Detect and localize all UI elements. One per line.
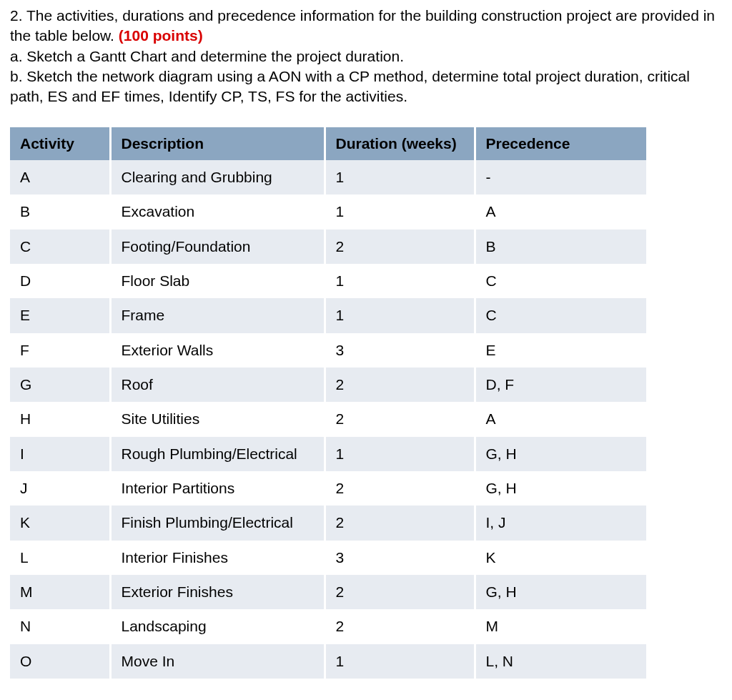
cell-activity: L: [10, 541, 110, 575]
cell-precedence: E: [475, 333, 646, 368]
cell-description: Finish Plumbing/Electrical: [110, 506, 325, 540]
cell-duration: 2: [325, 609, 475, 644]
cell-description: Exterior Walls: [110, 333, 325, 368]
cell-precedence: A: [475, 194, 646, 229]
cell-duration: 2: [325, 368, 475, 402]
cell-description: Interior Partitions: [110, 471, 325, 506]
cell-precedence: D, F: [475, 368, 646, 402]
cell-duration: 2: [325, 230, 475, 264]
table-row: N Landscaping 2 M: [10, 609, 646, 644]
cell-duration: 2: [325, 575, 475, 609]
cell-activity: N: [10, 609, 110, 644]
cell-activity: C: [10, 230, 110, 264]
cell-description: Frame: [110, 298, 325, 332]
cell-activity: G: [10, 368, 110, 402]
cell-activity: E: [10, 298, 110, 332]
cell-precedence: G, H: [475, 437, 646, 471]
cell-activity: K: [10, 506, 110, 540]
question-points: (100 points): [119, 27, 203, 44]
table-row: M Exterior Finishes 2 G, H: [10, 575, 646, 609]
cell-activity: D: [10, 264, 110, 298]
cell-duration: 2: [325, 471, 475, 506]
table-row: J Interior Partitions 2 G, H: [10, 471, 646, 506]
table-row: A Clearing and Grubbing 1 -: [10, 160, 646, 194]
table-row: E Frame 1 C: [10, 298, 646, 332]
table-body: A Clearing and Grubbing 1 - B Excavation…: [10, 160, 646, 679]
cell-description: Landscaping: [110, 609, 325, 644]
cell-activity: M: [10, 575, 110, 609]
table-row: O Move In 1 L, N: [10, 644, 646, 679]
cell-precedence: B: [475, 230, 646, 264]
cell-activity: B: [10, 194, 110, 229]
table-row: L Interior Finishes 3 K: [10, 541, 646, 575]
cell-activity: I: [10, 437, 110, 471]
question-part-b: b. Sketch the network diagram using a AO…: [10, 66, 722, 107]
table-row: D Floor Slab 1 C: [10, 264, 646, 298]
cell-precedence: C: [475, 298, 646, 332]
table-row: G Roof 2 D, F: [10, 368, 646, 402]
cell-duration: 3: [325, 333, 475, 368]
cell-precedence: I, J: [475, 506, 646, 540]
table-row: I Rough Plumbing/Electrical 1 G, H: [10, 437, 646, 471]
cell-precedence: L, N: [475, 644, 646, 679]
cell-duration: 2: [325, 402, 475, 436]
cell-duration: 2: [325, 506, 475, 540]
activities-table: Activity Description Duration (weeks) Pr…: [10, 127, 646, 679]
cell-description: Excavation: [110, 194, 325, 229]
cell-description: Floor Slab: [110, 264, 325, 298]
header-precedence: Precedence: [475, 127, 646, 160]
cell-precedence: C: [475, 264, 646, 298]
cell-activity: J: [10, 471, 110, 506]
question-intro: 2. The activities, durations and precede…: [10, 7, 715, 44]
cell-duration: 1: [325, 160, 475, 194]
cell-duration: 1: [325, 437, 475, 471]
table-row: H Site Utilities 2 A: [10, 402, 646, 436]
cell-activity: H: [10, 402, 110, 436]
cell-activity: F: [10, 333, 110, 368]
cell-duration: 1: [325, 194, 475, 229]
header-activity: Activity: [10, 127, 110, 160]
header-duration: Duration (weeks): [325, 127, 475, 160]
cell-activity: A: [10, 160, 110, 194]
cell-description: Move In: [110, 644, 325, 679]
cell-duration: 1: [325, 264, 475, 298]
cell-precedence: G, H: [475, 471, 646, 506]
cell-activity: O: [10, 644, 110, 679]
cell-precedence: A: [475, 402, 646, 436]
question-block: 2. The activities, durations and precede…: [10, 6, 722, 107]
cell-description: Clearing and Grubbing: [110, 160, 325, 194]
table-row: F Exterior Walls 3 E: [10, 333, 646, 368]
cell-description: Exterior Finishes: [110, 575, 325, 609]
cell-description: Site Utilities: [110, 402, 325, 436]
question-part-a: a. Sketch a Gantt Chart and determine th…: [10, 46, 722, 66]
cell-description: Rough Plumbing/Electrical: [110, 437, 325, 471]
table-row: B Excavation 1 A: [10, 194, 646, 229]
table-row: K Finish Plumbing/Electrical 2 I, J: [10, 506, 646, 540]
cell-precedence: -: [475, 160, 646, 194]
cell-precedence: M: [475, 609, 646, 644]
cell-duration: 1: [325, 298, 475, 332]
cell-description: Footing/Foundation: [110, 230, 325, 264]
cell-description: Roof: [110, 368, 325, 402]
cell-description: Interior Finishes: [110, 541, 325, 575]
header-description: Description: [110, 127, 325, 160]
cell-precedence: K: [475, 541, 646, 575]
table-header-row: Activity Description Duration (weeks) Pr…: [10, 127, 646, 160]
cell-duration: 1: [325, 644, 475, 679]
table-row: C Footing/Foundation 2 B: [10, 230, 646, 264]
cell-precedence: G, H: [475, 575, 646, 609]
cell-duration: 3: [325, 541, 475, 575]
